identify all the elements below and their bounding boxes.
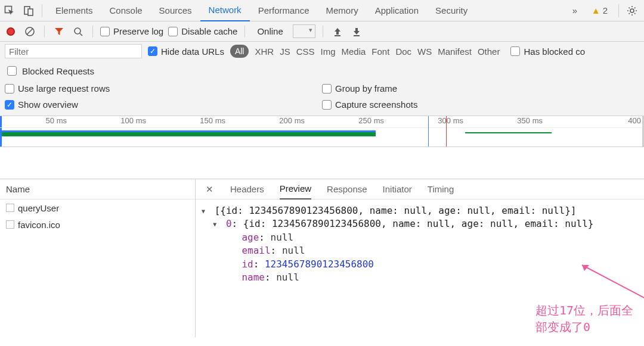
devtools-tabstrip: Elements Console Sources Network Perform… [0, 0, 644, 21]
throttling-label: Online [252, 26, 287, 36]
tab-response[interactable]: Response [327, 179, 367, 200]
timeline-bar [465, 132, 552, 133]
inspect-element-icon[interactable] [1, 2, 18, 19]
tab-console[interactable]: Console [101, 0, 151, 21]
request-detail: ✕ Headers Preview Response Initiator Tim… [196, 179, 644, 337]
preserve-log-label: Preserve log [113, 26, 163, 36]
tab-sources[interactable]: Sources [151, 0, 200, 21]
group-by-frame-checkbox[interactable]: Group by frame [322, 83, 639, 93]
timeline-tick: 300 ms [438, 116, 463, 125]
clear-button-icon[interactable] [23, 24, 37, 39]
close-detail-icon[interactable]: ✕ [204, 184, 215, 195]
svg-line-10 [629, 13, 630, 14]
network-options: Use large request rows Group by frame Sh… [0, 81, 644, 116]
warning-count: 2 [603, 5, 608, 15]
timeline-bar [2, 130, 376, 136]
device-toggle-icon[interactable] [20, 2, 37, 19]
filter-type-css[interactable]: CSS [296, 46, 315, 57]
preserve-log-checkbox[interactable]: Preserve log [100, 26, 163, 36]
preview-prop[interactable]: email: null [202, 244, 638, 257]
separator [244, 26, 245, 38]
preview-line[interactable]: ▼ [{id: 1234567890123456800, name: null,… [202, 204, 638, 217]
filter-type-other[interactable]: Other [478, 46, 500, 57]
svg-rect-17 [354, 35, 360, 36]
has-blocked-cookies-checkbox[interactable]: Has blocked co [510, 46, 585, 57]
preview-line[interactable]: ▼ 0: {id: 1234567890123456800, name: nul… [202, 217, 638, 230]
filter-type-xhr[interactable]: XHR [255, 46, 274, 57]
request-favicon [6, 220, 14, 229]
panel-tabs: Elements Console Sources Network Perform… [47, 0, 564, 21]
timeline-ruler: 50 ms 100 ms 150 ms 200 ms 250 ms 300 ms… [0, 116, 644, 128]
filter-type-js[interactable]: JS [280, 46, 290, 57]
preview-prop[interactable]: age: null [202, 231, 638, 244]
request-favicon [6, 204, 14, 212]
svg-point-3 [630, 9, 634, 13]
svg-line-8 [629, 7, 630, 8]
filter-toggle-icon[interactable] [52, 24, 66, 39]
large-rows-checkbox[interactable]: Use large request rows [5, 83, 322, 93]
spacer [0, 147, 644, 179]
filter-input[interactable] [5, 44, 142, 58]
record-button[interactable] [4, 24, 18, 39]
more-tabs-icon[interactable]: » [566, 5, 583, 15]
blocked-requests-label: Blocked Requests [22, 66, 94, 76]
domcontent-marker [428, 116, 429, 146]
tab-application[interactable]: Application [367, 0, 427, 21]
request-row[interactable]: queryUser [0, 200, 195, 216]
request-list: Name queryUser favicon.ico [0, 179, 196, 337]
blocked-requests-checkbox[interactable]: Blocked Requests [5, 64, 94, 77]
tab-elements[interactable]: Elements [47, 0, 101, 21]
timeline-tick: 200 ms [279, 116, 305, 125]
filter-type-media[interactable]: Media [342, 46, 366, 57]
tab-security[interactable]: Security [427, 0, 476, 21]
timeline-tick: 100 ms [120, 116, 146, 125]
preview-pane[interactable]: ▼ [{id: 1234567890123456800, name: null,… [196, 200, 644, 337]
tab-network[interactable]: Network [200, 0, 250, 21]
network-split: Name queryUser favicon.ico ✕ Headers Pre… [0, 179, 644, 337]
filter-type-manifest[interactable]: Manifest [438, 46, 472, 57]
filter-type-ws[interactable]: WS [417, 46, 432, 57]
request-name: queryUser [18, 203, 59, 213]
warnings-badge[interactable]: ▲ 2 [586, 5, 614, 15]
large-rows-label: Use large request rows [18, 83, 110, 93]
tab-initiator[interactable]: Initiator [383, 179, 412, 200]
has-blocked-label: Has blocked co [524, 46, 585, 57]
capture-screenshots-checkbox[interactable]: Capture screenshots [322, 99, 639, 110]
request-name: favicon.ico [18, 220, 60, 230]
search-icon[interactable] [71, 24, 85, 39]
tab-preview[interactable]: Preview [280, 179, 311, 200]
filter-type-all[interactable]: All [230, 45, 249, 58]
disable-cache-checkbox[interactable]: Disable cache [168, 26, 237, 36]
blocked-requests-row: Blocked Requests [0, 61, 644, 81]
separator [44, 26, 45, 38]
tab-headers[interactable]: Headers [230, 179, 264, 200]
annotation-arrow [577, 260, 644, 308]
upload-har-icon[interactable] [330, 24, 345, 39]
network-toolbar: Preserve log Disable cache Online [0, 21, 644, 42]
download-har-icon[interactable] [349, 24, 364, 39]
tab-timing[interactable]: Timing [428, 179, 454, 200]
overview-timeline[interactable]: 50 ms 100 ms 150 ms 200 ms 250 ms 300 ms… [0, 116, 644, 147]
separator [618, 4, 619, 17]
timeline-tick: 150 ms [200, 116, 225, 125]
preview-prop[interactable]: name: null [202, 271, 638, 284]
filter-type-doc[interactable]: Doc [395, 46, 411, 57]
settings-gear-icon[interactable] [624, 2, 640, 19]
show-overview-checkbox[interactable]: Show overview [5, 99, 322, 110]
filter-type-img[interactable]: Img [320, 46, 335, 57]
hide-data-urls-checkbox[interactable]: Hide data URLs [148, 46, 224, 57]
expand-icon[interactable]: ▼ [202, 207, 209, 216]
tab-performance[interactable]: Performance [250, 0, 318, 21]
expand-icon[interactable]: ▼ [213, 220, 220, 229]
throttling-select[interactable] [293, 24, 316, 38]
detail-tabs: ✕ Headers Preview Response Initiator Tim… [196, 179, 644, 200]
request-row[interactable]: favicon.ico [0, 216, 195, 233]
filter-type-font[interactable]: Font [371, 46, 389, 57]
column-header-name[interactable]: Name [0, 179, 195, 200]
timeline-tick: 250 ms [358, 116, 384, 125]
timeline-tick: 50 ms [46, 116, 67, 125]
tab-memory[interactable]: Memory [318, 0, 367, 21]
load-marker [446, 116, 447, 146]
preview-prop[interactable]: id: 1234567890123456800 [202, 258, 638, 271]
disable-cache-label: Disable cache [181, 26, 237, 36]
